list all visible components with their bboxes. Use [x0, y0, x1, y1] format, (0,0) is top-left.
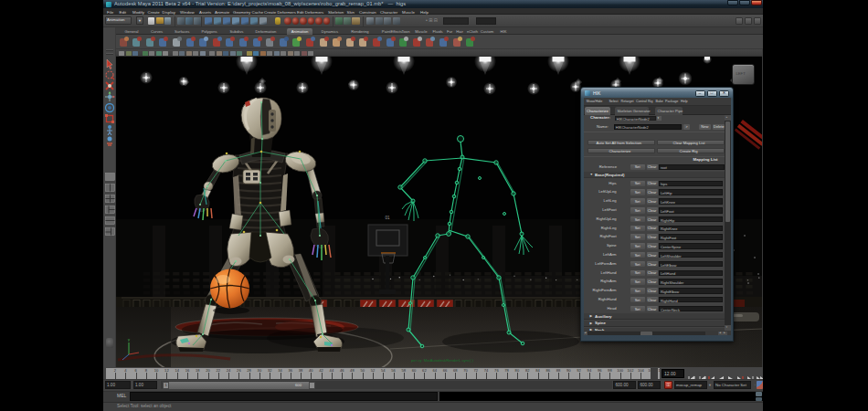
svg-text:y: y — [128, 337, 130, 342]
svg-text:01: 01 — [385, 216, 390, 220]
svg-text:per cy: MotAutodeskRenderL.syn: per cy: MotAutodeskRenderL.sync( ) — [411, 358, 474, 363]
